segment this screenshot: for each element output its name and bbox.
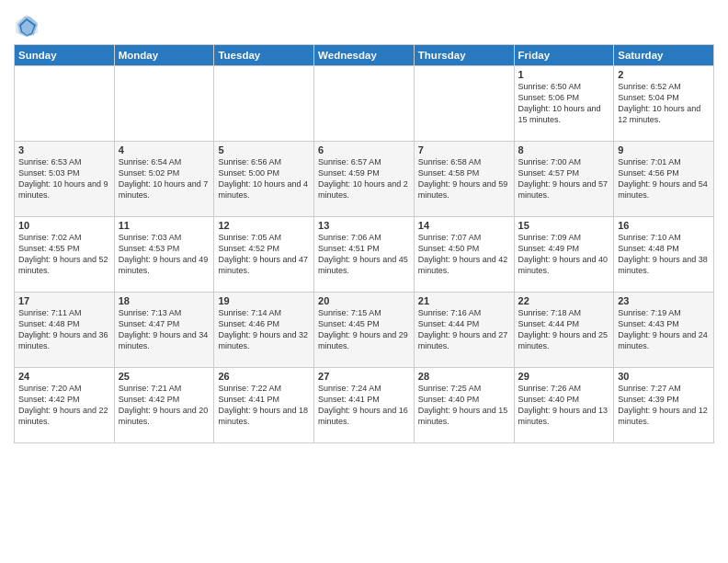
day-info: Sunrise: 7:06 AM Sunset: 4:51 PM Dayligh… <box>318 232 410 277</box>
calendar-cell <box>214 66 314 142</box>
calendar-cell: 9Sunrise: 7:01 AM Sunset: 4:56 PM Daylig… <box>614 142 714 217</box>
calendar-cell: 21Sunrise: 7:16 AM Sunset: 4:44 PM Dayli… <box>414 293 514 368</box>
day-info: Sunrise: 7:19 AM Sunset: 4:43 PM Dayligh… <box>618 307 710 352</box>
calendar-cell: 2Sunrise: 6:52 AM Sunset: 5:04 PM Daylig… <box>614 66 714 142</box>
day-number: 28 <box>418 371 510 382</box>
calendar-cell: 4Sunrise: 6:54 AM Sunset: 5:02 PM Daylig… <box>114 142 214 217</box>
day-info: Sunrise: 7:11 AM Sunset: 4:48 PM Dayligh… <box>18 307 110 352</box>
calendar-cell: 16Sunrise: 7:10 AM Sunset: 4:48 PM Dayli… <box>614 217 714 293</box>
weekday-header-friday: Friday <box>514 45 614 66</box>
header <box>14 9 714 39</box>
day-number: 4 <box>119 144 210 155</box>
day-info: Sunrise: 7:00 AM Sunset: 4:57 PM Dayligh… <box>518 156 610 201</box>
day-info: Sunrise: 7:22 AM Sunset: 4:41 PM Dayligh… <box>218 383 310 428</box>
day-number: 11 <box>119 220 210 231</box>
day-info: Sunrise: 7:20 AM Sunset: 4:42 PM Dayligh… <box>18 383 110 428</box>
calendar-cell: 14Sunrise: 7:07 AM Sunset: 4:50 PM Dayli… <box>414 217 514 293</box>
calendar-week-1: 1Sunrise: 6:50 AM Sunset: 5:06 PM Daylig… <box>15 66 714 142</box>
day-info: Sunrise: 7:21 AM Sunset: 4:42 PM Dayligh… <box>119 383 210 428</box>
day-number: 22 <box>518 295 610 306</box>
day-number: 19 <box>218 295 310 306</box>
calendar-cell: 28Sunrise: 7:25 AM Sunset: 4:40 PM Dayli… <box>414 368 514 443</box>
calendar-cell: 23Sunrise: 7:19 AM Sunset: 4:43 PM Dayli… <box>614 293 714 368</box>
calendar-cell: 1Sunrise: 6:50 AM Sunset: 5:06 PM Daylig… <box>514 66 614 142</box>
calendar-cell: 18Sunrise: 7:13 AM Sunset: 4:47 PM Dayli… <box>114 293 214 368</box>
calendar-cell <box>114 66 214 142</box>
weekday-header-sunday: Sunday <box>15 45 115 66</box>
day-number: 3 <box>18 144 110 155</box>
day-info: Sunrise: 7:26 AM Sunset: 4:40 PM Dayligh… <box>518 383 610 428</box>
day-info: Sunrise: 7:01 AM Sunset: 4:56 PM Dayligh… <box>618 156 710 201</box>
day-number: 2 <box>618 69 710 80</box>
weekday-header-thursday: Thursday <box>414 45 514 66</box>
day-number: 29 <box>518 371 610 382</box>
day-number: 18 <box>119 295 210 306</box>
day-number: 7 <box>418 144 510 155</box>
calendar-week-2: 3Sunrise: 6:53 AM Sunset: 5:03 PM Daylig… <box>15 142 714 217</box>
day-info: Sunrise: 6:57 AM Sunset: 4:59 PM Dayligh… <box>318 156 410 201</box>
calendar-cell: 3Sunrise: 6:53 AM Sunset: 5:03 PM Daylig… <box>15 142 115 217</box>
calendar-cell <box>15 66 115 142</box>
day-number: 25 <box>119 371 210 382</box>
day-number: 27 <box>318 371 410 382</box>
calendar-cell: 12Sunrise: 7:05 AM Sunset: 4:52 PM Dayli… <box>214 217 314 293</box>
day-number: 6 <box>318 144 410 155</box>
day-info: Sunrise: 7:27 AM Sunset: 4:39 PM Dayligh… <box>618 383 710 428</box>
logo-icon <box>14 13 40 39</box>
day-number: 8 <box>518 144 610 155</box>
day-info: Sunrise: 7:09 AM Sunset: 4:49 PM Dayligh… <box>518 232 610 277</box>
day-info: Sunrise: 7:05 AM Sunset: 4:52 PM Dayligh… <box>218 232 310 277</box>
day-info: Sunrise: 7:07 AM Sunset: 4:50 PM Dayligh… <box>418 232 510 277</box>
day-number: 9 <box>618 144 710 155</box>
calendar-cell: 6Sunrise: 6:57 AM Sunset: 4:59 PM Daylig… <box>314 142 415 217</box>
day-number: 1 <box>518 69 610 80</box>
day-number: 10 <box>18 220 110 231</box>
calendar-cell: 10Sunrise: 7:02 AM Sunset: 4:55 PM Dayli… <box>15 217 115 293</box>
calendar-week-4: 17Sunrise: 7:11 AM Sunset: 4:48 PM Dayli… <box>15 293 714 368</box>
calendar-cell: 11Sunrise: 7:03 AM Sunset: 4:53 PM Dayli… <box>114 217 214 293</box>
day-info: Sunrise: 7:14 AM Sunset: 4:46 PM Dayligh… <box>218 307 310 352</box>
calendar-cell: 13Sunrise: 7:06 AM Sunset: 4:51 PM Dayli… <box>314 217 415 293</box>
calendar-week-3: 10Sunrise: 7:02 AM Sunset: 4:55 PM Dayli… <box>15 217 714 293</box>
day-number: 26 <box>218 371 310 382</box>
day-number: 30 <box>618 371 710 382</box>
weekday-header-wednesday: Wednesday <box>314 45 415 66</box>
calendar-cell: 24Sunrise: 7:20 AM Sunset: 4:42 PM Dayli… <box>15 368 115 443</box>
weekday-header-tuesday: Tuesday <box>214 45 314 66</box>
weekday-header-saturday: Saturday <box>614 45 714 66</box>
day-number: 14 <box>418 220 510 231</box>
calendar-cell: 19Sunrise: 7:14 AM Sunset: 4:46 PM Dayli… <box>214 293 314 368</box>
calendar-cell: 30Sunrise: 7:27 AM Sunset: 4:39 PM Dayli… <box>614 368 714 443</box>
day-number: 24 <box>18 371 110 382</box>
calendar-cell <box>414 66 514 142</box>
calendar-cell: 5Sunrise: 6:56 AM Sunset: 5:00 PM Daylig… <box>214 142 314 217</box>
calendar-cell: 20Sunrise: 7:15 AM Sunset: 4:45 PM Dayli… <box>314 293 415 368</box>
day-info: Sunrise: 7:03 AM Sunset: 4:53 PM Dayligh… <box>119 232 210 277</box>
day-info: Sunrise: 7:24 AM Sunset: 4:41 PM Dayligh… <box>318 383 410 428</box>
day-number: 12 <box>218 220 310 231</box>
day-info: Sunrise: 7:15 AM Sunset: 4:45 PM Dayligh… <box>318 307 410 352</box>
calendar-cell: 26Sunrise: 7:22 AM Sunset: 4:41 PM Dayli… <box>214 368 314 443</box>
day-info: Sunrise: 7:10 AM Sunset: 4:48 PM Dayligh… <box>618 232 710 277</box>
logo <box>14 13 43 39</box>
day-info: Sunrise: 6:58 AM Sunset: 4:58 PM Dayligh… <box>418 156 510 201</box>
day-info: Sunrise: 7:16 AM Sunset: 4:44 PM Dayligh… <box>418 307 510 352</box>
calendar-cell: 15Sunrise: 7:09 AM Sunset: 4:49 PM Dayli… <box>514 217 614 293</box>
calendar-cell: 17Sunrise: 7:11 AM Sunset: 4:48 PM Dayli… <box>15 293 115 368</box>
day-info: Sunrise: 7:13 AM Sunset: 4:47 PM Dayligh… <box>119 307 210 352</box>
calendar-week-5: 24Sunrise: 7:20 AM Sunset: 4:42 PM Dayli… <box>15 368 714 443</box>
day-info: Sunrise: 6:53 AM Sunset: 5:03 PM Dayligh… <box>18 156 110 201</box>
calendar-table: SundayMondayTuesdayWednesdayThursdayFrid… <box>14 44 714 443</box>
calendar-cell: 27Sunrise: 7:24 AM Sunset: 4:41 PM Dayli… <box>314 368 415 443</box>
calendar-cell: 22Sunrise: 7:18 AM Sunset: 4:44 PM Dayli… <box>514 293 614 368</box>
weekday-header-row: SundayMondayTuesdayWednesdayThursdayFrid… <box>15 45 714 66</box>
day-info: Sunrise: 6:52 AM Sunset: 5:04 PM Dayligh… <box>618 81 710 126</box>
weekday-header-monday: Monday <box>114 45 214 66</box>
day-number: 23 <box>618 295 710 306</box>
day-number: 5 <box>218 144 310 155</box>
day-number: 20 <box>318 295 410 306</box>
calendar-cell: 25Sunrise: 7:21 AM Sunset: 4:42 PM Dayli… <box>114 368 214 443</box>
day-info: Sunrise: 6:50 AM Sunset: 5:06 PM Dayligh… <box>518 81 610 126</box>
day-number: 16 <box>618 220 710 231</box>
day-info: Sunrise: 6:56 AM Sunset: 5:00 PM Dayligh… <box>218 156 310 201</box>
